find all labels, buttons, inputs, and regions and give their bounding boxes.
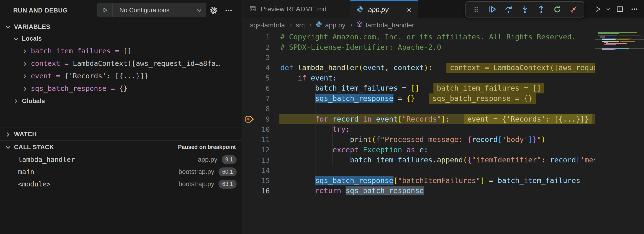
line-number: 6: [254, 84, 270, 93]
code-line-6[interactable]: 6 batch_item_failures = []batch_item_fai…: [243, 83, 596, 94]
code-line-15[interactable]: 15 sqs_batch_response["batchItemFailures…: [243, 176, 596, 186]
start-debug-play-icon[interactable]: [98, 3, 113, 17]
debug-inline-value: event = {'Records': [{...}]}: [464, 114, 592, 124]
variable-row[interactable]: sqs_batch_response = {}: [0, 82, 242, 95]
chevron-right-icon: [349, 23, 352, 27]
code-line-5[interactable]: 5 if event:: [243, 73, 596, 83]
line-number: 12: [254, 146, 270, 154]
code-line-3[interactable]: 3: [243, 52, 596, 63]
breadcrumb-item[interactable]: app.py: [316, 21, 345, 29]
code-text: try:: [280, 124, 350, 134]
chevron-right-icon: [22, 49, 26, 53]
split-editor-icon[interactable]: [614, 3, 626, 15]
sidebar-title: RUN AND DEBUG: [13, 7, 68, 14]
code-line-11[interactable]: 11 print(f"Processed message: {record['b…: [243, 134, 596, 145]
pause-reason-status: Paused on breakpoint: [178, 144, 236, 150]
chevron-down-icon[interactable]: [604, 3, 612, 15]
breadcrumb-item[interactable]: sqs-lambda: [250, 21, 285, 29]
python-icon: [357, 6, 364, 14]
code-text: sqs_batch_response["batchItemFailures"] …: [280, 176, 580, 186]
vscode-window: RUN AND DEBUG No Configurations: [0, 0, 644, 234]
python-icon: [316, 21, 322, 29]
line-number: 1: [254, 33, 270, 41]
chevron-down-icon: [14, 36, 18, 40]
launch-config-label: No Configurations: [113, 6, 197, 14]
editor-group: Preview README.md app.py ×: [243, 0, 644, 234]
code-text: batch_item_failures = []batch_item_failu…: [280, 83, 544, 94]
line-number: 3: [254, 54, 270, 62]
sidebar-header: RUN AND DEBUG No Configurations: [0, 0, 242, 21]
minimap[interactable]: [596, 18, 644, 234]
breadcrumb-item[interactable]: lambda_handler: [356, 21, 414, 29]
variable-row[interactable]: event = {'Records': [{...}]}: [0, 70, 242, 82]
line-col-badge: 60:1: [218, 167, 236, 176]
code-text: print(f"Processed message: {record['body…: [280, 134, 546, 145]
code-editor[interactable]: 1# Copyright Amazon.com, Inc. or its aff…: [243, 32, 596, 234]
code-line-12[interactable]: 12 except Exception as e:: [243, 145, 596, 155]
watch-section-header[interactable]: WATCH: [0, 128, 242, 140]
tab-preview-readme[interactable]: Preview README.md: [243, 0, 350, 18]
line-number: 8: [254, 105, 270, 113]
code-text: def lambda_handler(event, context):conte…: [280, 63, 596, 73]
code-text: for record in event["Records"]:event = {…: [280, 114, 592, 124]
code-text: if event:: [280, 73, 337, 83]
more-actions-icon[interactable]: [222, 0, 235, 21]
code-line-14[interactable]: 14: [243, 165, 596, 176]
chevron-down-icon: [6, 144, 10, 149]
code-line-4[interactable]: 4def lambda_handler(event, context):cont…: [243, 63, 596, 73]
chevron-right-icon: [5, 132, 10, 136]
line-number: 10: [254, 125, 270, 133]
chevron-down-icon: [6, 24, 10, 28]
symbol-cube-icon: [356, 21, 363, 29]
debug-continue-button[interactable]: [486, 3, 499, 16]
code-line-13[interactable]: 13 batch_item_failures.append({"itemIden…: [243, 155, 596, 165]
code-text: # SPDX-License-Identifier: Apache-2.0: [280, 42, 441, 53]
debug-current-line-indicator[interactable]: [243, 115, 254, 123]
code-line-8[interactable]: 8: [243, 104, 596, 114]
run-python-file-button[interactable]: [592, 3, 604, 15]
editor-actions: [592, 0, 641, 18]
call-stack-section-header[interactable]: CALL STACK Paused on breakpoint: [0, 140, 242, 153]
line-number: 16: [254, 187, 270, 195]
chevron-right-icon: [308, 23, 312, 27]
launch-config-dropdown[interactable]: No Configurations: [98, 3, 206, 17]
close-icon[interactable]: ×: [407, 6, 412, 14]
breadcrumb: sqs-lambda src app.py: [243, 18, 596, 32]
markdown-preview-icon: [249, 5, 256, 13]
tab-bar: Preview README.md app.py ×: [243, 0, 644, 18]
code-line-2[interactable]: 2# SPDX-License-Identifier: Apache-2.0: [243, 42, 596, 53]
tab-app-py[interactable]: app.py ×: [350, 0, 418, 18]
variable-row[interactable]: batch_item_failures = []: [0, 45, 242, 57]
code-text: batch_item_failures.append({"itemIdentif…: [280, 155, 596, 165]
line-number: 2: [254, 43, 270, 51]
code-line-10[interactable]: 10 try:: [243, 124, 596, 134]
debug-disconnect-button[interactable]: [567, 3, 580, 16]
more-actions-icon[interactable]: [628, 3, 641, 15]
stack-frame[interactable]: lambda_handler app.py 9:1: [0, 153, 242, 166]
variable-row[interactable]: context = LambdaContext([aws_request_id=…: [0, 57, 242, 70]
scope-globals[interactable]: Globals: [0, 95, 242, 107]
line-col-badge: 63:1: [218, 180, 236, 189]
stack-frame[interactable]: <module> bootstrap.py 63:1: [0, 178, 242, 190]
line-number: 9: [254, 115, 270, 123]
drag-grip-icon[interactable]: [469, 3, 483, 16]
code-line-1[interactable]: 1# Copyright Amazon.com, Inc. or its aff…: [243, 32, 596, 42]
line-number: 7: [254, 94, 270, 103]
code-line-7[interactable]: 7 sqs_batch_response = {}sqs_batch_respo…: [243, 94, 596, 104]
breadcrumb-item[interactable]: src: [296, 21, 305, 29]
chevron-right-icon: [22, 62, 26, 66]
stack-frame[interactable]: main bootstrap.py 60:1: [0, 166, 242, 178]
code-line-9[interactable]: 9 for record in event["Records"]:event =…: [243, 114, 596, 124]
code-line-16[interactable]: 16 return sqs_batch_response: [243, 186, 596, 196]
scope-locals[interactable]: Locals: [0, 32, 242, 45]
gear-icon[interactable]: [207, 0, 220, 21]
code-text: except Exception as e:: [280, 145, 428, 155]
variables-section-header[interactable]: VARIABLES: [0, 21, 242, 32]
chevron-right-icon: [13, 99, 17, 103]
debug-restart-button[interactable]: [550, 3, 564, 16]
debug-step-out-button[interactable]: [534, 3, 548, 16]
debug-step-into-button[interactable]: [518, 3, 532, 16]
debug-toolbar: [466, 1, 584, 17]
debug-step-over-button[interactable]: [502, 3, 515, 16]
code-text: # Copyright Amazon.com, Inc. or its affi…: [280, 32, 576, 42]
